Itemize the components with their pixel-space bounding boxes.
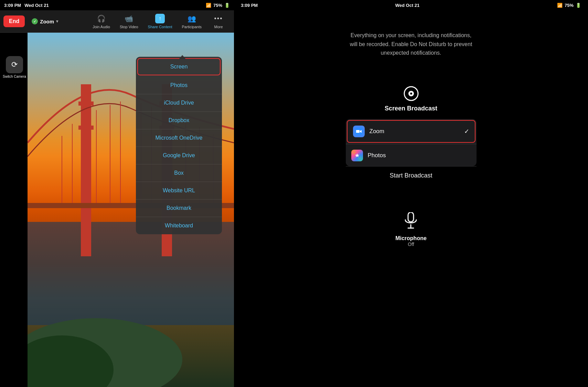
toolbar-more[interactable]: ••• More: [206, 12, 231, 31]
dropdown-item-websiteurl[interactable]: Website URL: [136, 182, 222, 200]
dropdown-item-dropbox[interactable]: Dropbox: [136, 112, 222, 129]
screen-broadcast-section: Screen Broadcast Zoom ✓: [346, 85, 477, 185]
zoom-dropdown-icon: ▾: [56, 19, 58, 24]
toolbar-stop-video[interactable]: 📹 Stop Video: [115, 12, 143, 31]
status-icons-right: 📶 75% 🔋: [557, 3, 581, 8]
svg-rect-28: [408, 212, 414, 222]
dropdown-item-photos[interactable]: Photos: [136, 77, 222, 94]
time-right: 3:09 PM: [241, 3, 258, 8]
dropdown-item-bookmark[interactable]: Bookmark: [136, 200, 222, 217]
toolbar: End ✓ Zoom ▾ 🎧 Join Audio 📹 Stop Video ↑…: [0, 10, 234, 33]
notice-text: Everything on your screen, including not…: [349, 31, 473, 57]
svg-point-24: [410, 93, 412, 95]
microphone-section: Microphone Off: [395, 212, 427, 247]
dropdown-item-googledrive[interactable]: Google Drive: [136, 147, 222, 164]
date-right: Wed Oct 21: [395, 3, 420, 8]
join-audio-label: Join Audio: [93, 25, 110, 29]
switch-camera-label: Switch Camera: [3, 75, 26, 78]
toolbar-items: 🎧 Join Audio 📹 Stop Video ↑ Share Conten…: [68, 12, 231, 31]
switch-camera-button[interactable]: ⟳ Switch Camera: [3, 56, 26, 78]
toolbar-share-content[interactable]: ↑ Share Content: [143, 12, 177, 31]
video-icon: 📹: [124, 14, 134, 23]
status-bar-left: 3:09 PM Wed Oct 21 📶 75% 🔋: [0, 0, 234, 10]
toolbar-participants[interactable]: 👥 Participants: [177, 12, 206, 31]
camera-switch-icon: ⟳: [6, 56, 23, 73]
more-label: More: [214, 25, 223, 29]
zoom-brand: ✓ Zoom ▾: [32, 18, 58, 24]
stop-video-label: Stop Video: [120, 25, 138, 29]
broadcast-icon: [403, 85, 420, 102]
end-button[interactable]: End: [3, 15, 25, 27]
share-content-icon: ↑: [155, 14, 165, 23]
date-left: Wed Oct 21: [24, 3, 49, 8]
battery-right: 75%: [565, 3, 574, 8]
microphone-label: Microphone: [395, 235, 427, 241]
dropdown-item-icloud[interactable]: iCloud Drive: [136, 94, 222, 112]
right-content: Everything on your screen, including not…: [234, 10, 588, 387]
photos-app-name: Photos: [368, 152, 471, 159]
start-broadcast-button[interactable]: Start Broadcast: [346, 166, 477, 185]
share-content-dropdown: Screen Photos iCloud Drive Dropbox Micro…: [136, 57, 222, 234]
headphones-icon: 🎧: [97, 14, 106, 23]
status-icons-left: 📶 75% 🔋: [206, 3, 230, 8]
zoom-brand-label: Zoom: [40, 19, 54, 24]
broadcast-app-list: Zoom ✓: [346, 119, 477, 166]
dropdown-item-screen[interactable]: Screen: [137, 58, 221, 75]
broadcast-app-photos[interactable]: Photos: [346, 145, 477, 166]
svg-rect-26: [356, 130, 360, 133]
wifi-right-icon: 📶: [557, 3, 563, 8]
left-panel: 3:09 PM Wed Oct 21 📶 75% 🔋 End ✓ Zoom ▾ …: [0, 0, 234, 387]
microphone-icon: [405, 212, 417, 233]
time-left: 3:09 PM: [4, 3, 21, 8]
right-panel: 3:09 PM Wed Oct 21 📶 75% 🔋 Everything on…: [234, 0, 588, 387]
main-content: ⟳ Switch Camera Screen Photos iCloud Dri…: [0, 33, 234, 387]
app-list-divider: [346, 144, 477, 144]
participants-label: Participants: [182, 25, 202, 29]
zoom-app-name: Zoom: [370, 128, 464, 135]
microphone-status: Off: [408, 241, 414, 247]
more-icon: •••: [214, 14, 223, 23]
battery-left: 75%: [213, 3, 222, 8]
battery-icon-left: 🔋: [224, 3, 230, 8]
broadcast-app-zoom[interactable]: Zoom ✓: [347, 120, 475, 143]
dropdown-item-box[interactable]: Box: [136, 164, 222, 182]
battery-icon-right: 🔋: [576, 3, 581, 8]
participants-icon: 👥: [187, 14, 196, 23]
dropdown-arrow: [179, 55, 186, 59]
status-bar-right: 3:09 PM Wed Oct 21 📶 75% 🔋: [234, 0, 588, 10]
zoom-app-icon: [353, 126, 365, 137]
dropdown-item-onedrive[interactable]: Microsoft OneDrive: [136, 129, 222, 147]
share-content-label: Share Content: [148, 25, 172, 29]
screen-broadcast-label: Screen Broadcast: [385, 105, 437, 112]
photos-app-icon: [351, 150, 363, 161]
zoom-checkmark-icon: ✓: [464, 128, 469, 135]
toolbar-join-audio[interactable]: 🎧 Join Audio: [88, 12, 115, 31]
zoom-shield-icon: ✓: [32, 18, 38, 24]
wifi-icon: 📶: [206, 3, 211, 8]
dropdown-item-whiteboard[interactable]: Whiteboard: [136, 217, 222, 234]
